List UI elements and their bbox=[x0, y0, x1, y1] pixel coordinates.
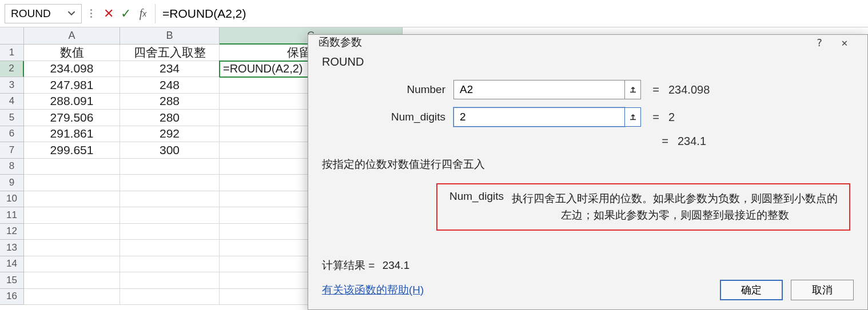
cell-B6[interactable]: 292 bbox=[120, 126, 220, 143]
cell-B15[interactable] bbox=[120, 272, 220, 289]
equals-sign: = bbox=[659, 135, 671, 148]
arg-eval-number: 234.098 bbox=[668, 83, 710, 96]
svg-rect-1 bbox=[630, 119, 636, 120]
cancel-formula-button[interactable]: ✕ bbox=[100, 6, 117, 21]
arg-input-number[interactable] bbox=[453, 80, 625, 99]
name-box-value: ROUND bbox=[11, 7, 51, 20]
cell-A11[interactable] bbox=[24, 207, 120, 224]
arg-input-numdigits[interactable] bbox=[453, 107, 625, 127]
fx-button[interactable]: fx bbox=[134, 7, 152, 20]
row-header[interactable]: 6 bbox=[0, 126, 24, 143]
arg-label-number: Number bbox=[322, 83, 453, 96]
cell-A13[interactable] bbox=[24, 240, 120, 256]
cell-B10[interactable] bbox=[120, 191, 220, 208]
row-header[interactable]: 5 bbox=[0, 110, 24, 126]
cell-A12[interactable] bbox=[24, 224, 120, 240]
row-header[interactable]: 10 bbox=[0, 191, 24, 208]
formula-preview-value: 234.1 bbox=[678, 135, 706, 148]
cell-A15[interactable] bbox=[24, 272, 120, 289]
cell-B1[interactable]: 四舍五入取整 bbox=[120, 45, 220, 61]
result-value: 234.1 bbox=[383, 259, 410, 271]
cell-B2[interactable]: 234 bbox=[120, 61, 220, 78]
hint-param-name: Num_digits bbox=[447, 190, 509, 224]
row-header[interactable]: 7 bbox=[0, 142, 24, 159]
cell-B4[interactable]: 288 bbox=[120, 94, 220, 110]
cell-B12[interactable] bbox=[120, 224, 220, 240]
help-link[interactable]: 有关该函数的帮助(H) bbox=[322, 283, 424, 297]
cell-A2[interactable]: 234.098 bbox=[24, 61, 120, 78]
cancel-button[interactable]: 取消 bbox=[791, 280, 854, 300]
hint-text: 执行四舍五入时采用的位数。如果此参数为负数，则圆整到小数点的左边；如果此参数为零… bbox=[509, 190, 840, 224]
dialog-body: ROUND Number = 234.098 Num_digits = 2 bbox=[308, 50, 867, 280]
function-name: ROUND bbox=[322, 55, 854, 69]
result-row: 计算结果 = 234.1 bbox=[322, 258, 854, 273]
function-description: 按指定的位数对数值进行四舍五入 bbox=[322, 157, 854, 172]
cell-B3[interactable]: 248 bbox=[120, 77, 220, 94]
row-header[interactable]: 1 bbox=[0, 45, 24, 61]
equals-sign: = bbox=[650, 83, 662, 96]
svg-rect-0 bbox=[630, 92, 636, 93]
arg-row-number: Number = 234.098 bbox=[322, 80, 854, 99]
dialog-title: 函数参数 bbox=[318, 35, 362, 50]
range-picker-number[interactable] bbox=[625, 80, 641, 99]
col-header-a[interactable]: A bbox=[24, 27, 120, 45]
dialog-help-button[interactable]: ? bbox=[807, 37, 832, 49]
cell-B8[interactable] bbox=[120, 159, 220, 175]
cell-A4[interactable]: 288.091 bbox=[24, 94, 120, 110]
row-header[interactable]: 9 bbox=[0, 175, 24, 191]
col-header-b[interactable]: B bbox=[120, 27, 220, 45]
select-all-corner[interactable] bbox=[0, 27, 24, 45]
row-header[interactable]: 8 bbox=[0, 159, 24, 175]
result-label: 计算结果 = bbox=[322, 259, 375, 271]
dialog-titlebar[interactable]: 函数参数 ? ✕ bbox=[308, 35, 867, 50]
function-arguments-dialog: 函数参数 ? ✕ ROUND Number = 234.098 Num_digi… bbox=[308, 34, 868, 310]
cell-B16[interactable] bbox=[120, 289, 220, 305]
name-box[interactable]: ROUND bbox=[5, 4, 82, 23]
row-header[interactable]: 4 bbox=[0, 94, 24, 110]
ok-button[interactable]: 确定 bbox=[720, 280, 783, 300]
cell-B7[interactable]: 300 bbox=[120, 142, 220, 159]
row-header[interactable]: 3 bbox=[0, 77, 24, 94]
cell-A1[interactable]: 数值 bbox=[24, 45, 120, 61]
row-header[interactable]: 2 bbox=[0, 61, 24, 78]
formula-input[interactable] bbox=[155, 4, 868, 23]
dialog-footer: 有关该函数的帮助(H) 确定 取消 bbox=[308, 280, 867, 310]
cell-A7[interactable]: 299.651 bbox=[24, 142, 120, 159]
cell-A9[interactable] bbox=[24, 175, 120, 191]
arg-label-numdigits: Num_digits bbox=[322, 111, 453, 123]
cell-A14[interactable] bbox=[24, 256, 120, 273]
cell-B11[interactable] bbox=[120, 207, 220, 224]
range-picker-numdigits[interactable] bbox=[625, 107, 641, 127]
param-hint-box: Num_digits 执行四舍五入时采用的位数。如果此参数为负数，则圆整到小数点… bbox=[436, 183, 850, 231]
cell-A16[interactable] bbox=[24, 289, 120, 305]
arg-row-numdigits: Num_digits = 2 bbox=[322, 107, 854, 127]
cell-A3[interactable]: 247.981 bbox=[24, 77, 120, 94]
cell-A8[interactable] bbox=[24, 159, 120, 175]
equals-sign: = bbox=[650, 111, 662, 124]
cell-B13[interactable] bbox=[120, 240, 220, 256]
dialog-close-button[interactable]: ✕ bbox=[832, 37, 857, 49]
cell-B5[interactable]: 280 bbox=[120, 110, 220, 126]
row-header[interactable]: 12 bbox=[0, 224, 24, 240]
cell-A6[interactable]: 291.861 bbox=[24, 126, 120, 143]
row-header[interactable]: 15 bbox=[0, 272, 24, 289]
arg-eval-numdigits: 2 bbox=[668, 111, 675, 124]
cell-B9[interactable] bbox=[120, 175, 220, 191]
formula-bar: ROUND ✕ ✓ fx bbox=[0, 0, 868, 27]
chevron-down-icon[interactable] bbox=[67, 7, 75, 20]
cell-A5[interactable]: 279.506 bbox=[24, 110, 120, 126]
row-header[interactable]: 14 bbox=[0, 256, 24, 273]
row-header[interactable]: 11 bbox=[0, 207, 24, 224]
resize-grip-icon bbox=[87, 9, 94, 18]
confirm-formula-button[interactable]: ✓ bbox=[117, 6, 134, 21]
row-header[interactable]: 13 bbox=[0, 240, 24, 256]
cell-A10[interactable] bbox=[24, 191, 120, 208]
row-header[interactable]: 16 bbox=[0, 289, 24, 305]
cell-B14[interactable] bbox=[120, 256, 220, 273]
